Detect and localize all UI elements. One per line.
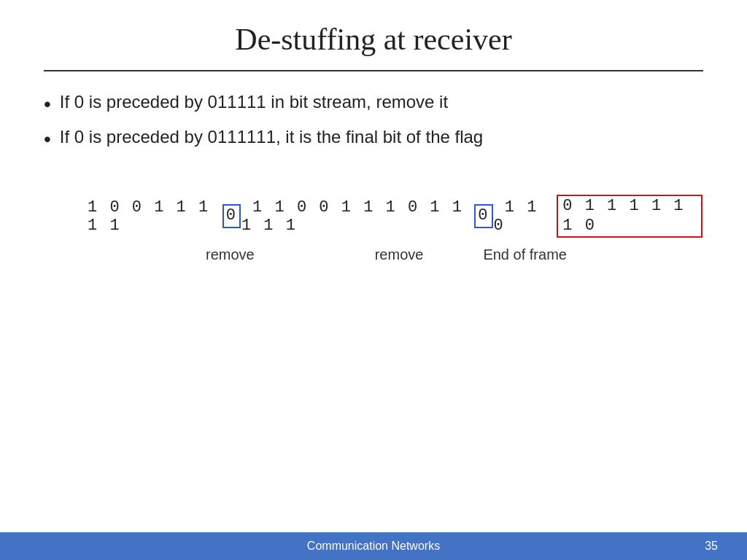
bullet-item-1: • If 0 is preceded by 011111 in bit stre… <box>44 92 703 117</box>
bits-between-1-2: 1 1 0 0 1 1 1 0 1 1 1 1 1 <box>241 198 473 235</box>
bit-box3-red: 0 1 1 1 1 1 1 0 <box>557 195 703 238</box>
label-end-of-frame: End of frame <box>483 246 567 263</box>
annotation-container: 1 0 0 1 1 1 1 1 0 1 1 0 0 1 1 1 0 1 1 1 … <box>88 195 703 263</box>
footer: Communication Networks 35 <box>0 532 747 560</box>
bullet-dot-2: • <box>44 127 51 152</box>
bullet-dot-1: • <box>44 92 51 117</box>
bullet-text-1: If 0 is preceded by 011111 in bit stream… <box>60 92 448 112</box>
label-remove1: remove <box>206 246 255 263</box>
label-remove2: remove <box>375 246 424 263</box>
bullet-list: • If 0 is preceded by 011111 in bit stre… <box>44 92 703 161</box>
divider <box>44 70 703 71</box>
bit-box1-blue: 0 <box>222 204 241 228</box>
labels-row: remove remove End of frame <box>88 246 703 263</box>
bits-between-2-3: 1 1 0 <box>494 198 557 235</box>
bullet-text-2: If 0 is preceded by 0111111, it is the f… <box>60 127 483 147</box>
bit-stream-section: 1 0 0 1 1 1 1 1 0 1 1 0 0 1 1 1 0 1 1 1 … <box>44 195 703 263</box>
footer-page: 35 <box>689 540 718 553</box>
bit-stream: 1 0 0 1 1 1 1 1 0 1 1 0 0 1 1 1 0 1 1 1 … <box>88 195 703 238</box>
bullet-item-2: • If 0 is preceded by 0111111, it is the… <box>44 127 703 152</box>
footer-title: Communication Networks <box>58 540 689 553</box>
slide: De-stuffing at receiver • If 0 is preced… <box>0 0 747 560</box>
main-content: De-stuffing at receiver • If 0 is preced… <box>0 0 747 532</box>
bit-box2-blue: 0 <box>474 204 492 228</box>
slide-title: De-stuffing at receiver <box>44 22 703 57</box>
bits-before-box1: 1 0 0 1 1 1 1 1 <box>88 198 222 235</box>
